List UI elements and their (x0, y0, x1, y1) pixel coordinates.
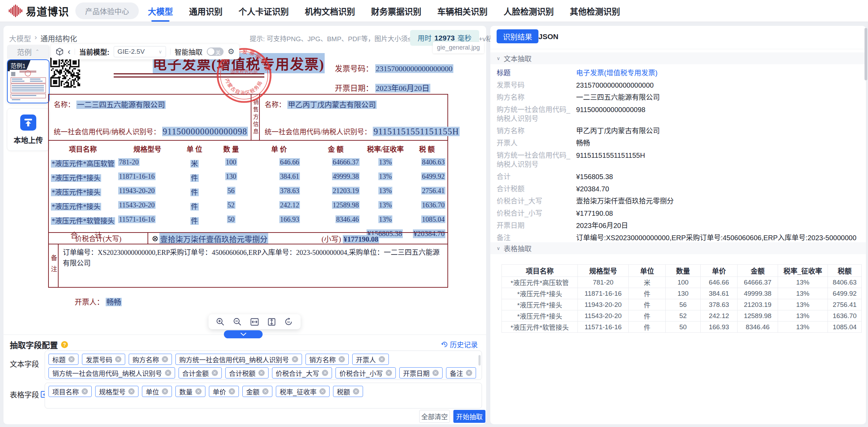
chips-scrollbar[interactable] (478, 355, 481, 366)
remove-chip-icon[interactable]: ✕ (165, 370, 171, 376)
extracted-field-row[interactable]: 销方名称 甲乙丙丁戊内蒙古有限公司 (497, 126, 860, 135)
experience-center-button[interactable]: 产品体验中心 (75, 2, 139, 19)
remove-chip-icon[interactable]: ✕ (292, 356, 298, 362)
text-extract-section-header[interactable]: ∨ 文本抽取 (490, 52, 866, 64)
amount-words-row: 价税合计(大写) ⊗ 壹拾柒万柒仟壹佰玖拾元零捌分 (小写) ¥177190.0… (48, 232, 448, 244)
table-cell: 8406.63 (828, 277, 862, 288)
field-chip[interactable]: 价税合计_小写 ✕ (335, 367, 396, 378)
table-cell: 13% (778, 288, 828, 299)
zoom-in-icon[interactable] (216, 318, 224, 326)
nav-tab[interactable]: 个人卡证识别 (239, 0, 289, 22)
nav-tab[interactable]: 通用识别 (189, 0, 222, 22)
model-select[interactable]: GIE-2.5V ∨ (114, 46, 166, 57)
help-icon[interactable]: ? (61, 341, 68, 348)
extracted-field-row[interactable]: 购方名称 一二三四五六能源有限公司 (497, 93, 860, 102)
extracted-field-row[interactable]: 合计 ¥156805.38 (497, 172, 860, 181)
sample-collapse-header[interactable]: 范例 ⌃ (7, 45, 50, 59)
remove-chip-icon[interactable]: ✕ (386, 370, 392, 376)
remove-chip-icon[interactable]: ✕ (229, 388, 235, 395)
extracted-field-row[interactable]: 开票日期 2023年06月20日 (497, 221, 860, 230)
field-chip[interactable]: 合计金额 ✕ (179, 367, 222, 378)
field-chip[interactable]: 合计税额 ✕ (225, 367, 269, 378)
rotate-90-icon[interactable]: 90 (285, 318, 293, 326)
remove-chip-icon[interactable]: ✕ (162, 356, 168, 362)
field-chip[interactable]: 购方统一社会信用代码_纳税人识别号 ✕ (175, 354, 302, 365)
field-chip[interactable]: 金额 ✕ (242, 386, 272, 397)
tab-json[interactable]: JSON (538, 32, 558, 41)
field-chip[interactable]: 数量 ✕ (175, 386, 205, 397)
remove-chip-icon[interactable]: ✕ (322, 370, 328, 376)
remove-chip-icon[interactable]: ✕ (162, 388, 168, 395)
field-chip[interactable]: 发票号码 ✕ (82, 354, 125, 365)
sample-thumbnail-card[interactable]: 范例1 (7, 59, 50, 103)
remove-chip-icon[interactable]: ✕ (128, 388, 135, 395)
remove-chip-icon[interactable]: ✕ (82, 388, 88, 395)
chevron-down-icon: ∨ (497, 245, 500, 251)
smart-extract-toggle[interactable]: 关 (207, 47, 224, 56)
field-chip[interactable]: 标题 ✕ (48, 354, 78, 365)
remove-chip-icon[interactable]: ✕ (68, 356, 75, 362)
collapse-left-icon[interactable]: ‹ (68, 48, 70, 55)
extracted-field-row[interactable]: 标题 电子发票(增值税专用发票) (497, 68, 860, 78)
field-chip[interactable]: 单价 ✕ (209, 386, 239, 397)
fit-width-icon[interactable] (250, 318, 259, 326)
remove-chip-icon[interactable]: ✕ (339, 356, 345, 362)
nav-tab[interactable]: 车辆相关识别 (437, 0, 488, 22)
collapse-image-button[interactable] (224, 330, 263, 338)
field-chip[interactable]: 销方统一社会信用代码_纳税人识别号 ✕ (48, 367, 175, 378)
top-navbar: 易道博识 产品体验中心 大模型 通用识别 个人卡证识别 机构文档识别 财务票据识… (0, 0, 868, 22)
extracted-field-row[interactable]: 开票人 畅畅 (497, 139, 860, 148)
field-chip[interactable]: 规格型号 ✕ (95, 386, 138, 397)
zoom-out-icon[interactable] (233, 318, 241, 326)
extracted-field-row[interactable]: 价税合计_大写 壹拾柒万柒仟壹佰玖拾元零捌分 (497, 197, 860, 206)
nav-tab[interactable]: 财务票据识别 (371, 0, 421, 22)
remove-chip-icon[interactable]: ✕ (432, 370, 439, 376)
extracted-field-row[interactable]: 发票号码 23157000000000000000 (497, 81, 860, 90)
invoice-cell: 781-20 (118, 158, 139, 166)
nav-tab[interactable]: 大模型 (148, 0, 173, 22)
remove-chip-icon[interactable]: ✕ (212, 370, 218, 376)
extracted-field-row[interactable]: 销方统一社会信用代码_纳税人识别号 91151151551151155H (497, 151, 860, 169)
table-extract-section-header[interactable]: ∨ 表格抽取 (490, 242, 866, 254)
field-chip[interactable]: 单位 ✕ (142, 386, 172, 397)
field-chip[interactable]: 税额 ✕ (333, 386, 363, 397)
field-chip[interactable]: 销方名称 ✕ (305, 354, 349, 365)
history-link[interactable]: 历史记录 (441, 339, 478, 349)
remove-chip-icon[interactable]: ✕ (353, 388, 359, 395)
extracted-table: 项目名称规格型号单位数量单价金额税率_征收率税额*液压元件*高压软管781-20… (501, 264, 862, 333)
invoice-cell: 646.66 (279, 158, 300, 166)
remove-chip-icon[interactable]: ✕ (115, 356, 121, 362)
remove-chip-icon[interactable]: ✕ (262, 388, 269, 395)
remove-chip-icon[interactable]: ✕ (195, 388, 202, 395)
field-chip[interactable]: 备注 ✕ (446, 367, 476, 378)
field-chip[interactable]: 项目名称 ✕ (48, 386, 92, 397)
remove-chip-icon[interactable]: ✕ (379, 356, 385, 362)
tab-recognition-result[interactable]: 识别结果 (497, 29, 538, 43)
nav-tab[interactable]: 其他检测识别 (570, 0, 620, 22)
field-chip-label: 合计税额 (229, 368, 256, 378)
field-chip[interactable]: 税率_征收率 ✕ (276, 386, 330, 397)
remove-chip-icon[interactable]: ✕ (258, 370, 265, 376)
breadcrumb-root[interactable]: 大模型 (9, 33, 31, 43)
start-extract-button[interactable]: 开始抽取 (453, 410, 485, 423)
extracted-field-row[interactable]: 购方统一社会信用代码_纳税人识别号 911500000000000098 (497, 105, 860, 123)
page-scrollbar[interactable] (865, 28, 867, 80)
extracted-field-row[interactable]: 价税合计_小写 ¥177190.08 (497, 209, 860, 218)
field-chip[interactable]: 购方名称 ✕ (129, 354, 172, 365)
gear-icon[interactable]: ⚙ (228, 47, 235, 56)
field-chip[interactable]: 开票人 ✕ (352, 354, 389, 365)
remove-chip-icon[interactable]: ✕ (319, 388, 326, 395)
remove-chip-icon[interactable]: ✕ (466, 370, 472, 376)
fit-height-icon[interactable] (268, 318, 276, 326)
field-chip-label: 金额 (246, 387, 259, 396)
local-upload-button[interactable]: 本地上传 (7, 108, 50, 151)
clear-all-button[interactable]: 全部清空 (419, 410, 450, 423)
extracted-field-row[interactable]: 合计税额 ¥20384.70 (497, 184, 860, 193)
field-chip[interactable]: 开票日期 ✕ (399, 367, 443, 378)
field-chip-label: 规格型号 (99, 387, 126, 396)
field-label: 发票号码 (497, 81, 576, 90)
nav-tab[interactable]: 机构文档识别 (305, 0, 355, 22)
nav-tab[interactable]: 人脸检测识别 (504, 0, 554, 22)
amount-words-value: 壹拾柒万柒仟壹佰玖拾元零捌分 (159, 233, 268, 244)
field-chip[interactable]: 价税合计_大写 ✕ (272, 367, 332, 378)
